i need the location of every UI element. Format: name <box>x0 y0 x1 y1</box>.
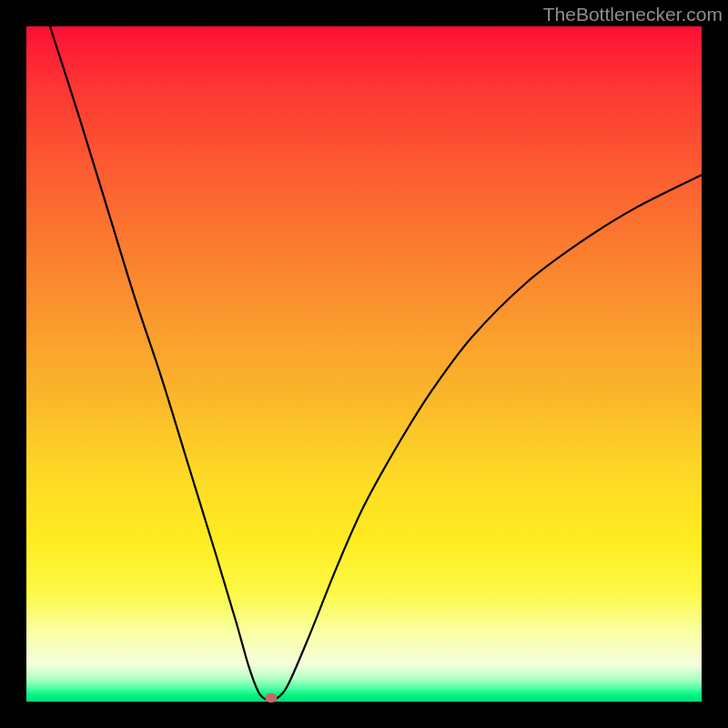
plot-area <box>26 26 702 702</box>
bottleneck-curve <box>26 26 702 702</box>
chart-frame: TheBottlenecker.com <box>0 0 728 728</box>
optimal-point-marker <box>265 693 277 703</box>
watermark: TheBottlenecker.com <box>543 4 723 25</box>
